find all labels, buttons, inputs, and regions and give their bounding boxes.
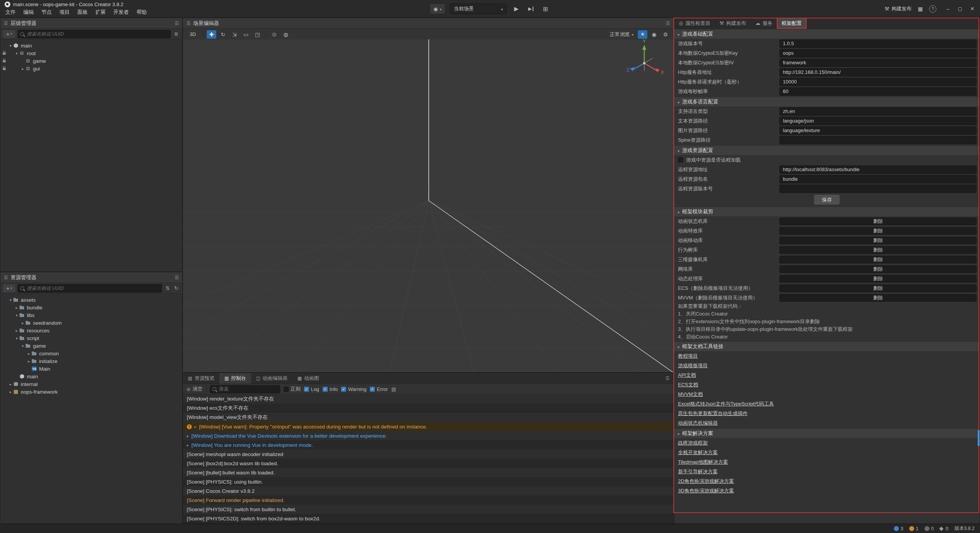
panel-menu-icon[interactable] <box>665 376 673 381</box>
text-field[interactable] <box>779 185 977 193</box>
console-log-line[interactable]: [Window] Download the Vue Devtools exten… <box>183 431 673 440</box>
warning-count-badge[interactable]: 1 <box>909 526 918 531</box>
tab-build-publish[interactable]: 构建发布 <box>715 18 751 28</box>
asset-node[interactable]: libs <box>0 311 182 319</box>
hierarchy-node[interactable]: game <box>0 57 182 65</box>
remote-load-checkbox[interactable] <box>678 157 683 162</box>
asset-node[interactable]: initialize <box>0 357 182 365</box>
rotate-tool-button[interactable] <box>218 30 228 39</box>
expand-arrow-icon[interactable] <box>20 67 25 71</box>
text-field[interactable]: bundle <box>779 175 977 183</box>
checkbox-checked-icon[interactable] <box>304 387 309 392</box>
text-field[interactable]: framework <box>779 59 977 67</box>
expand-arrow-icon[interactable] <box>14 329 19 333</box>
menu-item[interactable]: 开发者 <box>109 8 133 17</box>
delete-button[interactable]: 删除 <box>779 246 977 254</box>
log-filter-toggle[interactable]: Warning <box>341 386 366 392</box>
log-filter-toggle[interactable]: Log <box>304 386 319 392</box>
hierarchy-search-input[interactable] <box>26 31 168 37</box>
expand-arrow-icon[interactable] <box>8 390 13 394</box>
expand-arrow-icon[interactable] <box>187 434 189 438</box>
doc-link[interactable]: 游戏模板项目 <box>678 362 708 369</box>
inspector-scrollbar-thumb[interactable] <box>978 430 980 446</box>
delete-button[interactable]: 删除 <box>779 265 977 273</box>
solution-link[interactable]: Tiledmap地图解决方案 <box>678 459 728 466</box>
asset-node[interactable]: oops-framework <box>0 388 182 396</box>
menu-item[interactable]: 节点 <box>38 8 56 17</box>
expand-arrow-icon[interactable] <box>8 382 13 386</box>
expand-arrow-icon[interactable] <box>14 51 19 56</box>
console-search-box[interactable] <box>210 385 280 393</box>
text-field[interactable] <box>779 136 977 144</box>
lock-icon[interactable] <box>3 52 6 55</box>
move-tool-button[interactable] <box>207 30 216 39</box>
checkbox-checked-icon[interactable] <box>341 387 346 392</box>
lock-icon[interactable] <box>3 68 6 70</box>
expand-arrow-icon[interactable] <box>20 321 25 325</box>
tab-property-inspector[interactable]: 属性检查器 <box>674 18 715 28</box>
menu-item[interactable]: 文件 <box>2 8 20 17</box>
text-field[interactable]: 10000 <box>779 78 977 86</box>
hierarchy-node[interactable]: gui <box>0 65 182 72</box>
layout-grid-button[interactable] <box>541 4 550 14</box>
checkbox-checked-icon[interactable] <box>323 387 328 392</box>
solution-link[interactable]: 新手引导解决方案 <box>678 468 718 475</box>
create-asset-button[interactable] <box>3 284 15 292</box>
section-header[interactable]: 框架解决方案 <box>674 429 980 438</box>
delete-button[interactable]: 删除 <box>779 217 977 225</box>
expand-arrow-icon[interactable] <box>14 336 19 340</box>
delete-button[interactable]: 删除 <box>779 275 977 283</box>
expand-arrow-icon[interactable] <box>14 313 19 317</box>
current-scene-select[interactable]: 当前场景 <box>450 3 507 14</box>
menu-item[interactable]: 扩展 <box>91 8 109 17</box>
open-log-file-icon[interactable] <box>391 386 396 392</box>
console-search-input[interactable] <box>218 386 278 392</box>
text-field[interactable]: http://localhost:8083/assets/bundle <box>779 165 977 174</box>
tab-animation-graph[interactable]: 动画图 <box>292 373 324 384</box>
menu-item[interactable]: 编辑 <box>20 8 38 17</box>
menu-item[interactable]: 帮助 <box>133 8 151 17</box>
console-log-line[interactable]: [Window] You are running Vue in developm… <box>183 440 673 450</box>
solution-link[interactable]: 全栈开发解决方案 <box>678 449 718 456</box>
asset-node[interactable]: main <box>0 373 182 380</box>
doc-link[interactable]: MVVM文档 <box>678 391 703 398</box>
console-log-line[interactable]: [Scene] Cocos Creator v3.8.2 <box>183 486 673 495</box>
asset-node[interactable]: resources <box>0 327 182 334</box>
console-log-line[interactable]: [Window] [Vue warn]: Property "onInput" … <box>183 422 673 431</box>
expand-arrow-icon[interactable] <box>8 44 13 48</box>
hierarchy-search-box[interactable] <box>18 30 171 38</box>
menu-item[interactable]: 面板 <box>74 8 91 17</box>
hierarchy-node[interactable]: main <box>0 42 182 49</box>
doc-link[interactable]: 原生包热更新配置自动生成插件 <box>678 410 748 417</box>
console-log-line[interactable]: [Window] model_view文件夹不存在 <box>183 413 673 422</box>
doc-link[interactable]: ECS文档 <box>678 381 698 388</box>
toggle-2d-3d-button[interactable]: 3D <box>186 30 199 39</box>
console-log-line[interactable]: [Window] render_texture文件夹不存在 <box>183 394 673 404</box>
tab-console[interactable]: 控制台 <box>219 373 251 384</box>
log-filter-toggle[interactable]: Info <box>323 386 338 392</box>
preview-platform-button[interactable] <box>430 3 445 14</box>
play-button[interactable] <box>511 4 521 14</box>
task-count-badge[interactable]: 0 <box>940 526 948 531</box>
dashboard-button[interactable] <box>915 4 925 14</box>
tab-services[interactable]: 服务 <box>751 18 777 28</box>
lock-icon[interactable] <box>3 60 6 62</box>
log-filter-toggle[interactable]: Error <box>370 386 388 392</box>
text-field[interactable]: 60 <box>779 87 977 96</box>
doc-link[interactable]: 动画状态机编辑器 <box>678 420 718 427</box>
hierarchy-node[interactable]: root <box>0 49 182 57</box>
view-mode-dropdown[interactable]: 正常浏览 <box>608 31 636 38</box>
asset-node[interactable]: bundle <box>0 304 182 311</box>
section-header[interactable]: 框架文档工具链接 <box>674 342 980 351</box>
delete-button[interactable]: 删除 <box>779 237 977 244</box>
console-log-line[interactable]: [Scene] meshopt wasm decoder initialized <box>183 450 673 459</box>
minimize-button[interactable] <box>942 0 954 18</box>
doc-link[interactable]: Excel格式转Json文件与TypeScript代码工具 <box>678 401 774 407</box>
coordinate-space-button[interactable] <box>281 30 291 39</box>
expand-arrow-icon[interactable] <box>26 359 31 363</box>
expand-arrow-icon[interactable] <box>194 425 196 429</box>
solution-link[interactable]: 2D角色扮演游戏解决方案 <box>678 478 734 485</box>
menu-item[interactable]: 项目 <box>56 8 74 17</box>
text-field[interactable]: zh,en <box>779 107 977 116</box>
camera-settings-button[interactable] <box>649 30 659 39</box>
